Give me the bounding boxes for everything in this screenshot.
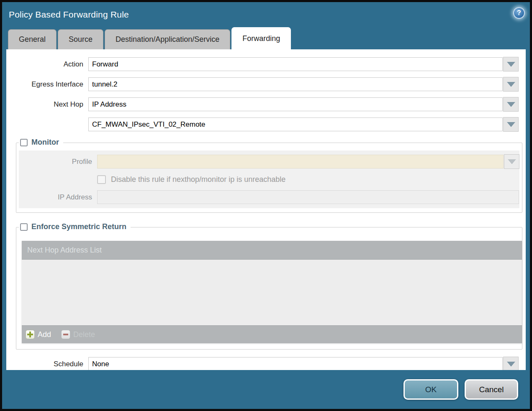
next-hop-type-field[interactable]: IP Address xyxy=(88,97,503,111)
monitor-group: Monitor Profile Disable this rule if nex… xyxy=(16,143,522,213)
profile-row: Profile xyxy=(19,154,519,169)
action-label: Action xyxy=(6,60,88,69)
next-hop-type-dropdown-button[interactable] xyxy=(503,97,519,112)
tab-source[interactable]: Source xyxy=(58,29,103,49)
next-hop-address-dropdown-button[interactable] xyxy=(503,117,519,132)
monitor-checkbox[interactable] xyxy=(20,139,28,146)
tab-bar: General Source Destination/Application/S… xyxy=(2,27,530,49)
chevron-down-icon xyxy=(508,159,516,164)
disable-rule-checkbox xyxy=(97,175,106,184)
tab-destination-application-service[interactable]: Destination/Application/Service xyxy=(105,29,230,49)
egress-interface-field[interactable]: tunnel.2 xyxy=(88,77,503,91)
monitor-legend: Monitor xyxy=(19,138,63,147)
delete-button-label: Delete xyxy=(73,330,95,339)
forwarding-tab-content: Action Forward Egress Interface tunnel.2… xyxy=(6,49,526,370)
action-dropdown-button[interactable] xyxy=(503,57,519,71)
next-hop-label: Next Hop xyxy=(6,100,88,109)
egress-interface-row: Egress Interface tunnel.2 xyxy=(6,77,526,92)
dialog-footer: OK Cancel xyxy=(2,370,530,409)
next-hop-row: Next Hop IP Address xyxy=(6,97,526,112)
schedule-field[interactable]: None xyxy=(88,357,503,370)
delete-button: Delete xyxy=(61,330,95,339)
enforce-symmetric-return-legend: Enforce Symmetric Return xyxy=(19,222,131,231)
monitor-ip-address-row: IP Address xyxy=(19,190,519,204)
enforce-symmetric-return-title: Enforce Symmetric Return xyxy=(31,222,126,231)
dialog-title: Policy Based Forwarding Rule xyxy=(9,10,129,20)
policy-based-forwarding-rule-dialog: Policy Based Forwarding Rule ? General S… xyxy=(0,0,532,411)
ok-button[interactable]: OK xyxy=(403,379,458,400)
schedule-row: Schedule None xyxy=(6,357,526,370)
next-hop-address-list-toolbar: Add Delete xyxy=(22,325,522,343)
next-hop-address-list-table: Next Hop Address List Add Delete xyxy=(22,241,522,343)
next-hop-address-list-header: Next Hop Address List xyxy=(22,241,522,260)
dialog-titlebar: Policy Based Forwarding Rule ? xyxy=(2,2,530,27)
enforce-symmetric-return-group: Enforce Symmetric Return Next Hop Addres… xyxy=(16,227,522,350)
disable-rule-row: Disable this rule if nexthop/monitor ip … xyxy=(97,175,519,184)
profile-label: Profile xyxy=(19,158,97,166)
egress-interface-dropdown-button[interactable] xyxy=(503,77,519,92)
monitor-title: Monitor xyxy=(31,138,59,147)
tab-general[interactable]: General xyxy=(8,29,57,49)
minus-icon xyxy=(61,330,70,339)
schedule-label: Schedule xyxy=(6,360,88,368)
action-field[interactable]: Forward xyxy=(88,57,503,71)
schedule-dropdown-button[interactable] xyxy=(503,357,519,370)
cancel-button[interactable]: Cancel xyxy=(465,379,518,400)
chevron-down-icon xyxy=(507,62,515,67)
profile-field xyxy=(97,155,504,168)
disable-rule-label: Disable this rule if nexthop/monitor ip … xyxy=(111,175,285,184)
chevron-down-icon xyxy=(507,362,515,367)
next-hop-address-list-body[interactable] xyxy=(22,260,522,325)
profile-dropdown-button xyxy=(504,154,519,169)
monitor-ip-address-field xyxy=(97,190,519,204)
add-button[interactable]: Add xyxy=(26,330,51,339)
next-hop-address-row: CF_MWAN_IPsec_VTI_02_Remote xyxy=(6,117,526,132)
help-icon[interactable]: ? xyxy=(513,7,525,19)
chevron-down-icon xyxy=(507,122,515,127)
chevron-down-icon xyxy=(507,82,515,87)
tab-forwarding[interactable]: Forwarding xyxy=(231,27,291,49)
plus-icon xyxy=(26,330,35,339)
next-hop-address-field[interactable]: CF_MWAN_IPsec_VTI_02_Remote xyxy=(88,117,503,131)
monitor-panel: Profile Disable this rule if nexthop/mon… xyxy=(19,151,519,208)
add-button-label: Add xyxy=(38,330,51,339)
action-row: Action Forward xyxy=(6,57,526,71)
monitor-ip-address-label: IP Address xyxy=(19,193,97,202)
chevron-down-icon xyxy=(507,102,515,107)
egress-interface-label: Egress Interface xyxy=(6,80,88,89)
enforce-symmetric-return-checkbox[interactable] xyxy=(20,223,28,231)
